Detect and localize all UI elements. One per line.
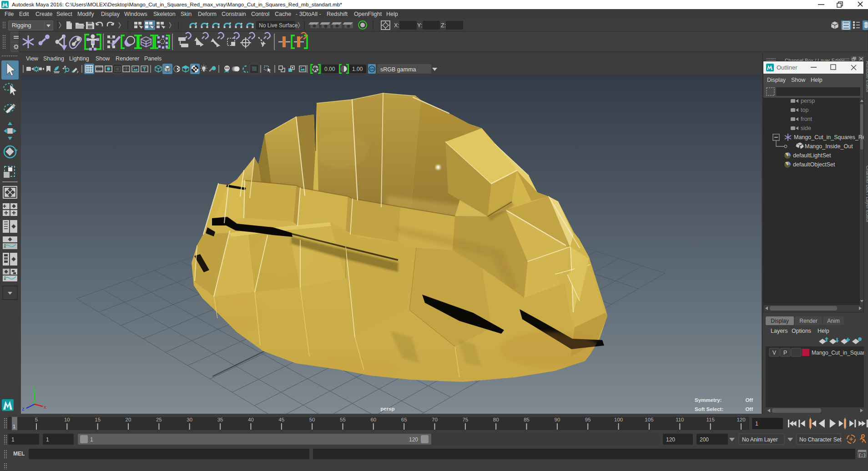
svg-text:120: 120 xyxy=(409,436,418,443)
svg-text:45: 45 xyxy=(278,417,284,422)
svg-text:80: 80 xyxy=(493,417,499,422)
svg-text:X:: X: xyxy=(394,22,399,29)
svg-text:Channel Box / Layer Editor: Channel Box / Layer Editor xyxy=(865,165,868,223)
svg-text:120: 120 xyxy=(737,417,745,422)
svg-text:Options: Options xyxy=(792,328,811,334)
svg-text:Off: Off xyxy=(745,406,753,412)
svg-text:55: 55 xyxy=(340,417,346,422)
svg-text:70: 70 xyxy=(432,417,438,422)
svg-text:Mango_Cut_in_Squares_Red: Mango_Cut_in_Squares_Red xyxy=(794,134,868,140)
svg-text:65: 65 xyxy=(401,417,407,422)
svg-text:Symmetry:: Symmetry: xyxy=(695,397,722,403)
svg-text:200: 200 xyxy=(700,436,709,443)
svg-text:1: 1 xyxy=(11,436,15,443)
svg-text:1: 1 xyxy=(13,424,15,429)
svg-text:persp: persp xyxy=(801,98,815,104)
svg-text:ON: ON xyxy=(370,68,374,70)
svg-text:75: 75 xyxy=(462,417,468,422)
svg-text:Off: Off xyxy=(745,397,753,403)
svg-text:y: y xyxy=(33,385,35,390)
svg-text:Mango_Cut_in_Square: Mango_Cut_in_Square xyxy=(812,350,868,356)
svg-text:110: 110 xyxy=(676,417,684,422)
svg-text:1.00: 1.00 xyxy=(352,66,363,72)
svg-text:105: 105 xyxy=(645,417,653,422)
svg-text:Outliner: Outliner xyxy=(777,64,797,71)
svg-text:95: 95 xyxy=(585,417,591,422)
svg-text:defaultLightSet: defaultLightSet xyxy=(793,152,831,159)
svg-text:Display: Display xyxy=(771,318,788,324)
svg-text:5: 5 xyxy=(35,417,38,422)
svg-text:Anim: Anim xyxy=(827,318,839,324)
svg-text:120: 120 xyxy=(666,436,675,443)
svg-text:top: top xyxy=(801,107,808,113)
svg-text:z: z xyxy=(22,406,25,411)
svg-text:sRGB gamma: sRGB gamma xyxy=(380,66,416,73)
svg-text:0.00: 0.00 xyxy=(324,66,335,72)
svg-text:No Character Set: No Character Set xyxy=(799,436,842,443)
svg-text:Layers: Layers xyxy=(771,328,788,334)
svg-text:35: 35 xyxy=(217,417,223,422)
svg-text:P: P xyxy=(783,350,787,356)
svg-text:Soft Select:: Soft Select: xyxy=(695,406,723,412)
svg-text:15: 15 xyxy=(95,417,101,422)
svg-text:30: 30 xyxy=(187,417,192,422)
svg-text:1: 1 xyxy=(90,436,93,443)
svg-text:25: 25 xyxy=(156,417,162,422)
svg-text:front: front xyxy=(801,116,812,122)
svg-text:V: V xyxy=(772,350,776,356)
svg-text:No Live Surface: No Live Surface xyxy=(259,22,298,29)
svg-text:90: 90 xyxy=(555,417,560,422)
svg-text:1: 1 xyxy=(755,421,758,427)
svg-text:Y:: Y: xyxy=(417,22,422,29)
svg-text:x: x xyxy=(44,404,46,410)
svg-text:{;}: {;} xyxy=(858,453,866,458)
svg-text:Mango_Inside_Out: Mango_Inside_Out xyxy=(805,143,853,150)
svg-text:100: 100 xyxy=(614,417,623,422)
svg-text:Z:: Z: xyxy=(441,22,446,29)
svg-text:50: 50 xyxy=(309,417,315,422)
svg-text:Attribute Editor: Attribute Editor xyxy=(865,61,868,93)
svg-text:Render: Render xyxy=(799,318,817,324)
svg-text:persp: persp xyxy=(380,406,394,411)
svg-text:Display: Display xyxy=(767,77,786,83)
svg-text:1: 1 xyxy=(46,436,49,443)
svg-text:115: 115 xyxy=(706,417,714,422)
svg-text:side: side xyxy=(801,125,811,131)
svg-text:Help: Help xyxy=(811,77,823,83)
svg-text:20: 20 xyxy=(126,417,131,422)
svg-text:Help: Help xyxy=(818,328,829,334)
svg-text:defaultObjectSet: defaultObjectSet xyxy=(793,161,835,168)
svg-text:40: 40 xyxy=(248,417,254,422)
svg-text:Show: Show xyxy=(791,77,806,83)
svg-text:10: 10 xyxy=(64,417,70,422)
svg-text:85: 85 xyxy=(524,417,530,422)
svg-text:No Anim Layer: No Anim Layer xyxy=(742,436,778,443)
svg-text:60: 60 xyxy=(370,417,376,422)
